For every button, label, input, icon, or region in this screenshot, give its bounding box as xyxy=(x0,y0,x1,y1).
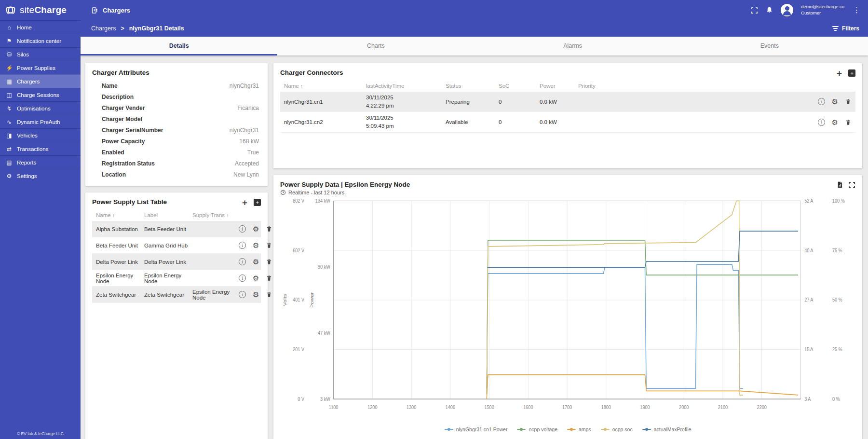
sidebar-item-label: Power Supplies xyxy=(17,65,55,71)
connector-soc: 0 xyxy=(499,119,540,125)
column-header-supply-trans[interactable]: Supply Trans ↑ xyxy=(192,212,239,218)
add-connector-button[interactable]: ＋ xyxy=(835,69,843,77)
trash-icon[interactable] xyxy=(845,98,852,105)
connector-row[interactable]: nlynChgr31.cn2 30/11/20255:09.43 pm Avai… xyxy=(280,112,855,132)
sidebar-item-reports[interactable]: ▤ Reports xyxy=(0,155,81,169)
power-tick-label: 90 kW xyxy=(318,264,330,270)
gear-icon[interactable]: ⚙ xyxy=(832,119,838,126)
power-supply-row[interactable]: Delta Power Link Delta Power Link i ⚙ xyxy=(92,254,261,270)
column-header-soc[interactable]: SoC xyxy=(499,83,540,89)
sidebar-item-home[interactable]: ⌂ Home xyxy=(0,20,81,34)
info-icon[interactable]: i xyxy=(239,225,246,233)
breadcrumb-root[interactable]: Chargers xyxy=(91,25,116,32)
chart-plot-area[interactable]: 1100120013001400150016001700180019002000… xyxy=(280,195,855,425)
power-tick-label: 47 kW xyxy=(318,330,330,336)
notifications-bell-icon[interactable] xyxy=(766,6,773,14)
gear-icon[interactable]: ⚙ xyxy=(253,225,259,233)
trash-icon[interactable] xyxy=(266,274,272,282)
info-icon[interactable]: i xyxy=(818,119,825,126)
trash-icon[interactable] xyxy=(266,291,272,298)
legend-item-actualmaxprofile[interactable]: actualMaxProfile xyxy=(642,426,692,432)
sidebar-item-charge-sessions[interactable]: ◫ Charge Sessions xyxy=(0,88,81,101)
legend-swatch xyxy=(517,429,526,430)
gear-icon[interactable]: ⚙ xyxy=(253,274,259,282)
sidebar-item-label: Settings xyxy=(17,173,37,179)
column-header-label[interactable]: Label xyxy=(144,212,192,218)
filters-button[interactable]: Filters xyxy=(832,25,859,32)
power-supply-data-card: Power Supply Data | Epsilon Energy Node … xyxy=(273,175,862,439)
trash-icon[interactable] xyxy=(266,258,272,265)
column-header-lastactivitytime[interactable]: lastActivityTime xyxy=(366,83,446,89)
gear-icon[interactable]: ⚙ xyxy=(253,291,259,298)
sidebar-item-settings[interactable]: ⚙ Settings xyxy=(0,169,81,182)
column-header-name[interactable]: Name ↑ xyxy=(96,212,144,218)
legend-item-ocpp-voltage[interactable]: ocpp voltage xyxy=(517,426,557,432)
attribute-row-location: Location New Lynn xyxy=(92,169,261,180)
sidebar-item-label: Notification center xyxy=(17,38,61,44)
attribute-value: True xyxy=(247,149,259,156)
brand[interactable]: siteCharge xyxy=(0,0,81,20)
trash-icon[interactable] xyxy=(266,225,272,233)
sidebar-item-power-supplies[interactable]: ⚡ Power Supplies xyxy=(0,61,81,74)
sidebar-item-silos[interactable]: ⛁ Silos xyxy=(0,47,81,61)
power-supply-row[interactable]: Alpha Substation Beta Feeder Unit i ⚙ xyxy=(92,221,261,237)
export-icon[interactable] xyxy=(836,181,843,189)
tab-alarms[interactable]: Alarms xyxy=(475,37,671,55)
legend-label: actualMaxProfile xyxy=(654,426,692,432)
gear-icon[interactable]: ⚙ xyxy=(832,98,838,105)
charger-connectors-title: Charger Connectors xyxy=(280,69,343,76)
x-tick-label: 1600 xyxy=(523,404,533,410)
sidebar-item-transactions[interactable]: ⇄ Transactions xyxy=(0,142,81,155)
column-header-priority[interactable]: Priority xyxy=(578,83,617,89)
trash-icon[interactable] xyxy=(845,119,852,126)
attribute-label: Charger Vender xyxy=(102,105,145,111)
right-column: Charger Connectors ＋ ＋ Name ↑lastActivit… xyxy=(273,63,862,439)
row-actions: i ⚙ xyxy=(617,119,852,126)
connector-add-box-icon[interactable]: ＋ xyxy=(848,69,855,77)
info-icon[interactable]: i xyxy=(239,258,246,265)
add-power-supply-button[interactable]: ＋ xyxy=(241,198,249,206)
tab-details[interactable]: Details xyxy=(81,37,277,55)
attribute-row-name: Name nlynChgr31 xyxy=(92,80,261,91)
power-supply-row[interactable]: Beta Feeder Unit Gamma Grid Hub i ⚙ xyxy=(92,237,261,254)
kebab-menu-icon[interactable]: ⋮ xyxy=(852,6,861,14)
tab-events[interactable]: Events xyxy=(671,37,868,55)
info-icon[interactable]: i xyxy=(818,98,825,105)
gear-icon[interactable]: ⚙ xyxy=(253,258,259,265)
power-supply-row[interactable]: Zeta Switchgear Zeta Switchgear Epsilon … xyxy=(92,287,261,303)
sidebar-item-dynamic-preauth[interactable]: ∿ Dynamic PreAuth xyxy=(0,115,81,128)
brand-name: siteCharge xyxy=(20,5,67,15)
attribute-row-charger-model: Charger Model xyxy=(92,113,261,124)
legend-label: amps xyxy=(579,426,591,432)
sidebar-item-vehicles[interactable]: ◨ Vehicles xyxy=(0,128,81,142)
legend-item-ocpp-soc[interactable]: ocpp soc xyxy=(601,426,633,432)
gear-icon[interactable]: ⚙ xyxy=(253,242,259,249)
tab-charts[interactable]: Charts xyxy=(277,37,474,55)
column-header-name[interactable]: Name ↑ xyxy=(284,83,366,89)
info-icon[interactable]: i xyxy=(239,242,246,249)
fullscreen-icon[interactable] xyxy=(751,7,758,14)
supply-label: Gamma Grid Hub xyxy=(144,243,192,248)
info-icon[interactable]: i xyxy=(239,274,246,282)
sidebar-item-label: Chargers xyxy=(17,79,40,84)
trash-icon[interactable] xyxy=(266,242,272,249)
sidebar-item-label: Silos xyxy=(17,52,29,57)
add-box-icon[interactable]: ＋ xyxy=(254,199,261,206)
column-header-status[interactable]: Status xyxy=(446,83,499,89)
amps-tick-label: 52 A xyxy=(804,198,814,204)
sidebar-item-chargers[interactable]: ▦ Chargers xyxy=(0,74,81,88)
legend-swatch xyxy=(601,429,610,430)
chart-fullscreen-icon[interactable] xyxy=(848,181,855,189)
avatar[interactable] xyxy=(781,4,793,16)
column-header-power[interactable]: Power xyxy=(540,83,578,89)
topbar-actions: demo@sitecharge.co Customer ⋮ xyxy=(751,4,861,16)
info-icon[interactable]: i xyxy=(239,291,246,298)
volts-tick-label: 802 V xyxy=(293,198,304,204)
row-actions: i ⚙ xyxy=(239,258,272,265)
legend-item-amps[interactable]: amps xyxy=(567,426,591,432)
sidebar-item-optimisations[interactable]: ↯ Optimisations xyxy=(0,101,81,115)
connector-row[interactable]: nlynChgr31.cn1 30/11/20254:22.29 pm Prep… xyxy=(280,92,855,112)
power-supply-row[interactable]: Epsilon Energy Node Epsilon Energy Node … xyxy=(92,270,261,287)
sidebar-item-notification-center[interactable]: ⚑ Notification center xyxy=(0,34,81,47)
legend-item-nlyngbgr31-cn1-power[interactable]: nlynGbgr31.cn1 Power xyxy=(445,426,508,432)
